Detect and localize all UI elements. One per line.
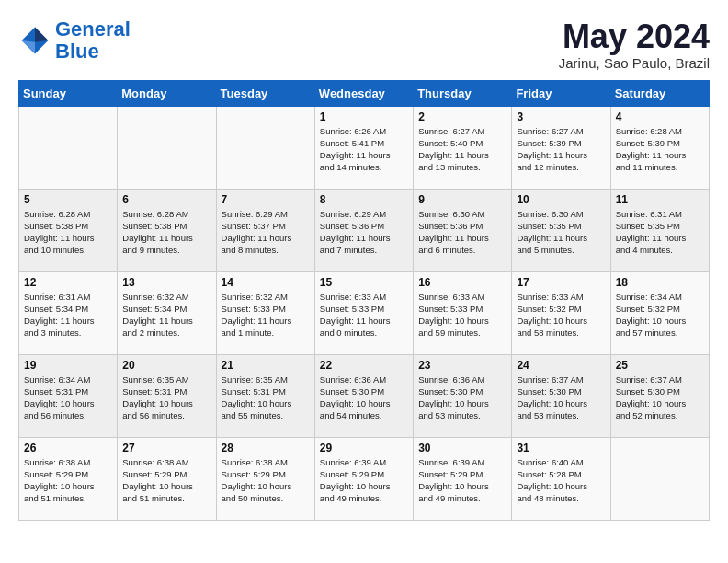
calendar-cell: 9Sunrise: 6:30 AM Sunset: 5:36 PM Daylig… bbox=[414, 189, 512, 271]
day-info: Sunrise: 6:28 AM Sunset: 5:39 PM Dayligh… bbox=[616, 125, 704, 174]
day-info: Sunrise: 6:36 AM Sunset: 5:30 PM Dayligh… bbox=[320, 373, 408, 422]
calendar-cell: 17Sunrise: 6:33 AM Sunset: 5:32 PM Dayli… bbox=[512, 271, 610, 354]
day-info: Sunrise: 6:33 AM Sunset: 5:33 PM Dayligh… bbox=[418, 291, 506, 339]
logo-text: General Blue bbox=[55, 18, 131, 63]
day-number: 28 bbox=[222, 442, 310, 454]
calendar-cell: 20Sunrise: 6:35 AM Sunset: 5:31 PM Dayli… bbox=[118, 354, 216, 437]
calendar-cell bbox=[118, 106, 216, 189]
day-info: Sunrise: 6:33 AM Sunset: 5:33 PM Dayligh… bbox=[320, 291, 408, 339]
calendar-cell: 30Sunrise: 6:39 AM Sunset: 5:29 PM Dayli… bbox=[414, 437, 512, 520]
calendar-table: SundayMondayTuesdayWednesdayThursdayFrid… bbox=[18, 80, 710, 521]
calendar-week-2: 5Sunrise: 6:28 AM Sunset: 5:38 PM Daylig… bbox=[19, 189, 710, 271]
day-number: 29 bbox=[320, 442, 408, 454]
day-info: Sunrise: 6:26 AM Sunset: 5:41 PM Dayligh… bbox=[320, 125, 408, 174]
day-info: Sunrise: 6:31 AM Sunset: 5:35 PM Dayligh… bbox=[616, 208, 704, 257]
day-info: Sunrise: 6:31 AM Sunset: 5:34 PM Dayligh… bbox=[24, 291, 112, 339]
calendar-cell: 29Sunrise: 6:39 AM Sunset: 5:29 PM Dayli… bbox=[314, 437, 413, 520]
day-number: 15 bbox=[320, 276, 408, 289]
header-monday: Monday bbox=[118, 80, 216, 106]
day-info: Sunrise: 6:34 AM Sunset: 5:31 PM Dayligh… bbox=[24, 373, 112, 422]
day-number: 9 bbox=[418, 193, 506, 206]
day-number: 23 bbox=[418, 359, 506, 372]
day-number: 16 bbox=[418, 276, 506, 289]
day-number: 24 bbox=[517, 359, 605, 372]
day-number: 14 bbox=[222, 276, 310, 289]
calendar-cell: 18Sunrise: 6:34 AM Sunset: 5:32 PM Dayli… bbox=[610, 271, 709, 354]
day-number: 7 bbox=[222, 193, 310, 206]
calendar-cell: 25Sunrise: 6:37 AM Sunset: 5:30 PM Dayli… bbox=[610, 354, 709, 437]
day-number: 21 bbox=[222, 359, 310, 372]
day-number: 25 bbox=[616, 359, 704, 372]
calendar-cell: 8Sunrise: 6:29 AM Sunset: 5:36 PM Daylig… bbox=[314, 189, 413, 271]
calendar-cell: 21Sunrise: 6:35 AM Sunset: 5:31 PM Dayli… bbox=[216, 354, 314, 437]
logo-icon bbox=[18, 24, 51, 57]
calendar-cell: 28Sunrise: 6:38 AM Sunset: 5:29 PM Dayli… bbox=[216, 437, 314, 520]
calendar-cell: 22Sunrise: 6:36 AM Sunset: 5:30 PM Dayli… bbox=[314, 354, 413, 437]
day-info: Sunrise: 6:40 AM Sunset: 5:28 PM Dayligh… bbox=[517, 456, 605, 505]
day-number: 8 bbox=[320, 193, 408, 206]
calendar-week-4: 19Sunrise: 6:34 AM Sunset: 5:31 PM Dayli… bbox=[19, 354, 710, 437]
day-number: 20 bbox=[122, 359, 210, 372]
calendar-week-5: 26Sunrise: 6:38 AM Sunset: 5:29 PM Dayli… bbox=[19, 437, 710, 520]
day-info: Sunrise: 6:32 AM Sunset: 5:33 PM Dayligh… bbox=[222, 291, 310, 339]
day-number: 18 bbox=[616, 276, 704, 289]
header-sunday: Sunday bbox=[19, 80, 118, 106]
day-number: 11 bbox=[616, 193, 704, 206]
day-info: Sunrise: 6:29 AM Sunset: 5:37 PM Dayligh… bbox=[222, 208, 310, 257]
svg-marker-1 bbox=[35, 28, 48, 42]
day-info: Sunrise: 6:37 AM Sunset: 5:30 PM Dayligh… bbox=[517, 373, 605, 422]
header-saturday: Saturday bbox=[610, 80, 709, 106]
day-info: Sunrise: 6:30 AM Sunset: 5:35 PM Dayligh… bbox=[517, 208, 605, 257]
day-number: 10 bbox=[517, 193, 605, 206]
calendar-cell: 11Sunrise: 6:31 AM Sunset: 5:35 PM Dayli… bbox=[610, 189, 709, 271]
day-info: Sunrise: 6:32 AM Sunset: 5:34 PM Dayligh… bbox=[122, 291, 210, 339]
day-info: Sunrise: 6:38 AM Sunset: 5:29 PM Dayligh… bbox=[122, 456, 210, 505]
calendar-cell: 23Sunrise: 6:36 AM Sunset: 5:30 PM Dayli… bbox=[414, 354, 512, 437]
day-info: Sunrise: 6:36 AM Sunset: 5:30 PM Dayligh… bbox=[418, 373, 506, 422]
calendar-cell bbox=[216, 106, 314, 189]
day-info: Sunrise: 6:33 AM Sunset: 5:32 PM Dayligh… bbox=[517, 291, 605, 339]
title-block: May 2024 Jarinu, Sao Paulo, Brazil bbox=[559, 18, 710, 71]
header-thursday: Thursday bbox=[414, 80, 512, 106]
day-number: 6 bbox=[122, 193, 210, 206]
day-number: 27 bbox=[122, 442, 210, 454]
calendar-cell: 3Sunrise: 6:27 AM Sunset: 5:39 PM Daylig… bbox=[512, 106, 610, 189]
day-info: Sunrise: 6:30 AM Sunset: 5:36 PM Dayligh… bbox=[418, 208, 506, 257]
day-info: Sunrise: 6:39 AM Sunset: 5:29 PM Dayligh… bbox=[418, 456, 506, 505]
svg-marker-2 bbox=[22, 40, 35, 53]
header-wednesday: Wednesday bbox=[314, 80, 413, 106]
calendar-cell bbox=[19, 106, 118, 189]
calendar-subtitle: Jarinu, Sao Paulo, Brazil bbox=[559, 55, 710, 71]
calendar-cell: 1Sunrise: 6:26 AM Sunset: 5:41 PM Daylig… bbox=[314, 106, 413, 189]
day-info: Sunrise: 6:39 AM Sunset: 5:29 PM Dayligh… bbox=[320, 456, 408, 505]
day-info: Sunrise: 6:27 AM Sunset: 5:39 PM Dayligh… bbox=[517, 125, 605, 174]
calendar-cell: 26Sunrise: 6:38 AM Sunset: 5:29 PM Dayli… bbox=[19, 437, 118, 520]
calendar-cell: 7Sunrise: 6:29 AM Sunset: 5:37 PM Daylig… bbox=[216, 189, 314, 271]
day-number: 17 bbox=[517, 276, 605, 289]
calendar-title: May 2024 bbox=[559, 18, 710, 55]
calendar-week-3: 12Sunrise: 6:31 AM Sunset: 5:34 PM Dayli… bbox=[19, 271, 710, 354]
calendar-cell: 2Sunrise: 6:27 AM Sunset: 5:40 PM Daylig… bbox=[414, 106, 512, 189]
calendar-cell: 27Sunrise: 6:38 AM Sunset: 5:29 PM Dayli… bbox=[118, 437, 216, 520]
calendar-header-row: SundayMondayTuesdayWednesdayThursdayFrid… bbox=[19, 80, 710, 106]
day-info: Sunrise: 6:28 AM Sunset: 5:38 PM Dayligh… bbox=[122, 208, 210, 257]
calendar-week-1: 1Sunrise: 6:26 AM Sunset: 5:41 PM Daylig… bbox=[19, 106, 710, 189]
day-number: 13 bbox=[122, 276, 210, 289]
header-tuesday: Tuesday bbox=[216, 80, 314, 106]
day-info: Sunrise: 6:38 AM Sunset: 5:29 PM Dayligh… bbox=[222, 456, 310, 505]
calendar-cell: 31Sunrise: 6:40 AM Sunset: 5:28 PM Dayli… bbox=[512, 437, 610, 520]
day-number: 2 bbox=[418, 110, 506, 123]
calendar-cell: 19Sunrise: 6:34 AM Sunset: 5:31 PM Dayli… bbox=[19, 354, 118, 437]
day-info: Sunrise: 6:34 AM Sunset: 5:32 PM Dayligh… bbox=[616, 291, 704, 339]
calendar-cell: 24Sunrise: 6:37 AM Sunset: 5:30 PM Dayli… bbox=[512, 354, 610, 437]
day-number: 26 bbox=[24, 442, 112, 454]
day-number: 5 bbox=[24, 193, 112, 206]
day-info: Sunrise: 6:27 AM Sunset: 5:40 PM Dayligh… bbox=[418, 125, 506, 174]
calendar-body: 1Sunrise: 6:26 AM Sunset: 5:41 PM Daylig… bbox=[19, 106, 710, 520]
day-number: 12 bbox=[24, 276, 112, 289]
day-info: Sunrise: 6:29 AM Sunset: 5:36 PM Dayligh… bbox=[320, 208, 408, 257]
day-number: 31 bbox=[517, 442, 605, 454]
day-number: 19 bbox=[24, 359, 112, 372]
page-header: General Blue May 2024 Jarinu, Sao Paulo,… bbox=[18, 18, 710, 71]
day-info: Sunrise: 6:28 AM Sunset: 5:38 PM Dayligh… bbox=[24, 208, 112, 257]
